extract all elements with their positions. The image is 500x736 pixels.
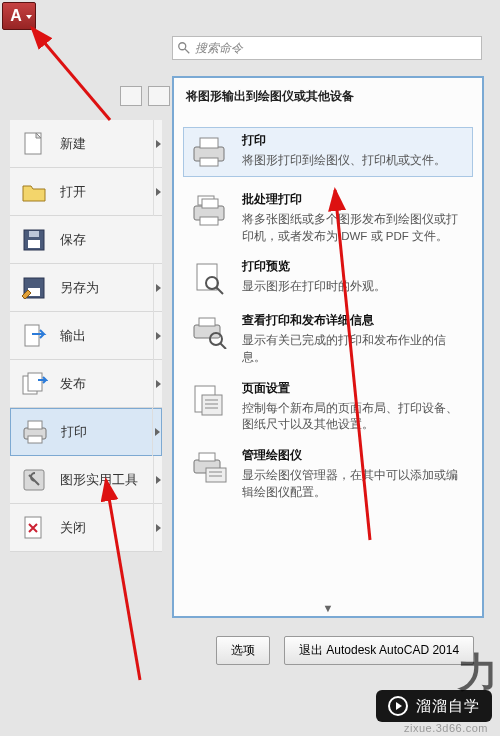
- svg-rect-5: [28, 240, 40, 248]
- sidebar-item-save[interactable]: 保存: [10, 216, 162, 264]
- sidebar-item-utilities[interactable]: 图形实用工具: [10, 456, 162, 504]
- print-icon: [19, 416, 51, 448]
- svg-rect-37: [199, 453, 215, 461]
- svg-point-0: [179, 43, 186, 50]
- option-title: 打印: [242, 132, 468, 149]
- utilities-icon: [18, 464, 50, 496]
- close-icon: [18, 512, 50, 544]
- sidebar-item-label: 保存: [60, 231, 162, 249]
- svg-rect-13: [28, 421, 42, 429]
- svg-rect-11: [28, 373, 42, 391]
- sidebar-item-label: 关闭: [60, 519, 153, 537]
- option-desc: 显示图形在打印时的外观。: [242, 278, 468, 295]
- option-title: 打印预览: [242, 258, 468, 275]
- sidebar-item-label: 图形实用工具: [60, 471, 153, 489]
- publish-icon: [18, 368, 50, 400]
- small-icon-2[interactable]: [148, 86, 170, 106]
- svg-rect-14: [28, 436, 42, 443]
- svg-rect-23: [200, 217, 218, 225]
- chevron-right-icon: [153, 360, 162, 408]
- option-view-details[interactable]: 查看打印和发布详细信息 显示有关已完成的打印和发布作业的信息。: [188, 312, 468, 365]
- option-title: 页面设置: [242, 380, 468, 397]
- svg-rect-18: [200, 138, 218, 148]
- search-input[interactable]: 搜索命令: [172, 36, 482, 60]
- svg-line-41: [32, 28, 110, 120]
- sidebar-item-label: 发布: [60, 375, 153, 393]
- save-icon: [18, 224, 50, 256]
- option-batch-print[interactable]: 批处理打印 将多张图纸或多个图形发布到绘图仪或打印机，或者发布为 DWF 或 P…: [188, 191, 468, 244]
- svg-line-1: [185, 49, 189, 53]
- sidebar-item-saveas[interactable]: 另存为: [10, 264, 162, 312]
- option-print-preview[interactable]: 打印预览 显示图形在打印时的外观。: [188, 258, 468, 298]
- print-submenu-panel: 将图形输出到绘图仪或其他设备 打印 将图形打印到绘图仪、打印机或文件。 批处理打…: [172, 76, 484, 618]
- app-menu-button[interactable]: A: [2, 2, 36, 30]
- printer-icon: [188, 132, 230, 172]
- bottom-button-row: 选项 退出 Autodesk AutoCAD 2014: [216, 636, 474, 665]
- chevron-right-icon: [153, 456, 162, 504]
- panel-title: 将图形输出到绘图仪或其他设备: [174, 78, 482, 113]
- option-manage-plotter[interactable]: 管理绘图仪 显示绘图仪管理器，在其中可以添加或编辑绘图仪配置。: [188, 447, 468, 500]
- sidebar-item-label: 输出: [60, 327, 153, 345]
- option-desc: 显示有关已完成的打印和发布作业的信息。: [242, 332, 468, 365]
- option-print[interactable]: 打印 将图形打印到绘图仪、打印机或文件。: [183, 127, 473, 177]
- svg-rect-28: [199, 318, 215, 326]
- sidebar-item-print[interactable]: 打印: [10, 408, 162, 456]
- svg-rect-6: [29, 231, 39, 237]
- panel-body: 打印 将图形打印到绘图仪、打印机或文件。 批处理打印 将多张图纸或多个图形发布到…: [174, 113, 482, 518]
- exit-button[interactable]: 退出 Autodesk AutoCAD 2014: [284, 636, 474, 665]
- sidebar-item-label: 打印: [61, 423, 152, 441]
- saveas-icon: [18, 272, 50, 304]
- option-title: 管理绘图仪: [242, 447, 468, 464]
- svg-rect-32: [202, 395, 222, 415]
- chevron-right-icon: [153, 120, 162, 168]
- page-setup-icon: [188, 380, 230, 420]
- sidebar-item-new[interactable]: 新建: [10, 120, 162, 168]
- sidebar-item-label: 新建: [60, 135, 153, 153]
- option-desc: 显示绘图仪管理器，在其中可以添加或编辑绘图仪配置。: [242, 467, 468, 500]
- chevron-right-icon: [152, 408, 161, 456]
- export-icon: [18, 320, 50, 352]
- svg-rect-27: [194, 325, 220, 338]
- new-icon: [18, 128, 50, 160]
- sidebar-item-publish[interactable]: 发布: [10, 360, 162, 408]
- small-icon-1[interactable]: [120, 86, 142, 106]
- chevron-right-icon: [153, 504, 162, 552]
- chevron-right-icon: [153, 168, 162, 216]
- svg-line-30: [220, 343, 226, 349]
- option-desc: 将图形打印到绘图仪、打印机或文件。: [242, 152, 468, 169]
- toolbar-small-icons: [120, 86, 170, 106]
- watermark-url: zixue.3d66.com: [404, 722, 488, 734]
- chevron-right-icon: [153, 264, 162, 312]
- sidebar-item-open[interactable]: 打开: [10, 168, 162, 216]
- option-desc: 将多张图纸或多个图形发布到绘图仪或打印机，或者发布为 DWF 或 PDF 文件。: [242, 211, 468, 244]
- options-button[interactable]: 选项: [216, 636, 270, 665]
- search-placeholder: 搜索命令: [195, 40, 243, 57]
- play-icon: [388, 696, 408, 716]
- sidebar-item-export[interactable]: 输出: [10, 312, 162, 360]
- sidebar-item-close[interactable]: 关闭: [10, 504, 162, 552]
- open-icon: [18, 176, 50, 208]
- option-page-setup[interactable]: 页面设置 控制每个新布局的页面布局、打印设备、图纸尺寸以及其他设置。: [188, 380, 468, 433]
- printer-search-icon: [188, 312, 230, 352]
- app-icon-letter: A: [10, 7, 22, 25]
- sidebar: 新建 打开 保存 另存为 输出 发布 打印 图形实用工具 关闭: [10, 120, 162, 552]
- search-icon: [177, 41, 191, 55]
- chevron-right-icon: [153, 312, 162, 360]
- printer-batch-icon: [188, 191, 230, 231]
- preview-icon: [188, 258, 230, 298]
- sidebar-item-label: 打开: [60, 183, 153, 201]
- plotter-manager-icon: [188, 447, 230, 487]
- panel-scroll-down[interactable]: ▼: [174, 602, 482, 614]
- watermark-badge: 溜溜自学: [376, 690, 492, 722]
- option-title: 查看打印和发布详细信息: [242, 312, 468, 329]
- svg-rect-9: [25, 325, 39, 346]
- svg-rect-19: [200, 158, 218, 166]
- svg-rect-38: [206, 468, 226, 482]
- option-desc: 控制每个新布局的页面布局、打印设备、图纸尺寸以及其他设置。: [242, 400, 468, 433]
- option-title: 批处理打印: [242, 191, 468, 208]
- svg-rect-22: [202, 199, 218, 208]
- sidebar-item-label: 另存为: [60, 279, 153, 297]
- watermark-label: 溜溜自学: [416, 697, 480, 716]
